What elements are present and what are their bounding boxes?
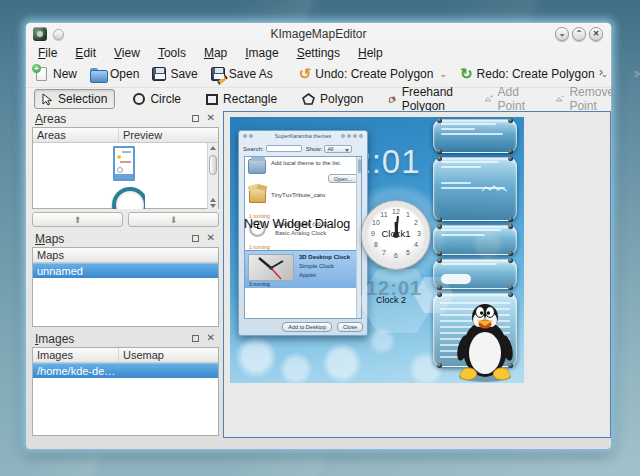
open-button[interactable]: Open <box>90 67 139 81</box>
new-button[interactable]: + New <box>34 66 77 82</box>
usemap-column-header[interactable]: Usemap <box>119 348 168 362</box>
maps-close-icon[interactable]: ✕ <box>207 232 215 243</box>
maps-dock-header[interactable]: Maps ✕ <box>30 231 221 247</box>
maps-float-icon[interactable] <box>192 235 199 242</box>
open-theme-button: Open... <box>328 174 358 183</box>
maps-column-header[interactable]: Maps <box>33 248 68 262</box>
save-button[interactable]: Save <box>152 67 197 81</box>
scissors-icon: ✂ <box>634 66 640 82</box>
cursor-arrow-icon <box>42 93 53 106</box>
images-close-icon[interactable]: ✕ <box>207 332 215 343</box>
show-combo: All <box>324 145 352 153</box>
map-row-unnamed[interactable]: unnamed <box>33 263 218 278</box>
undo-dropdown-chevron-icon[interactable]: ⌄ <box>439 69 447 79</box>
rectangle-tool-button[interactable]: Rectangle <box>199 90 284 108</box>
menu-settings[interactable]: Settings <box>289 45 348 61</box>
glass-widget-4 <box>433 259 517 289</box>
images-dock-header[interactable]: Images ✕ <box>30 331 221 347</box>
areas-column-header[interactable]: Areas <box>33 128 119 142</box>
titlebar[interactable]: KImageMapEditor ⌄ ⌃ ✕ <box>26 23 611 45</box>
move-area-up-button[interactable]: ⬆ <box>32 212 123 227</box>
polygon-tool-button[interactable]: Polygon <box>295 90 370 108</box>
shade-button[interactable]: ⌄ <box>555 27 569 41</box>
images-column-header[interactable]: Images <box>33 348 119 362</box>
areas-scrollbar[interactable] <box>207 143 218 209</box>
image-row-path[interactable]: /home/kde-de… <box>33 363 218 378</box>
save-as-icon <box>211 67 225 81</box>
circle-icon <box>133 93 145 105</box>
menu-file[interactable]: File <box>30 45 65 61</box>
widget-pill <box>441 274 471 284</box>
redo-button[interactable]: ↻ Redo: Create Polygon ⌄ <box>460 67 608 81</box>
glass-widget-2 <box>433 157 517 221</box>
dialog-picture-left-buttons <box>243 134 253 138</box>
maps-list-header: Maps <box>33 248 218 263</box>
add-point-icon <box>484 93 493 105</box>
redo-icon: ↻ <box>460 67 473 81</box>
dialog-picture-buttons: Add to Desktop Close <box>282 322 363 332</box>
maps-dock: Maps ✕ Maps unnamed <box>30 231 221 329</box>
clock2-label: Clock 2 <box>376 295 406 305</box>
menu-tools[interactable]: Tools <box>150 45 194 61</box>
theme-row-tinytux: TinyTuxTribute_caro <box>245 187 361 213</box>
save-as-button[interactable]: Save As <box>211 67 273 81</box>
toolbar-overflow-icon[interactable]: › <box>599 65 603 79</box>
kimagemapeditor-window: KImageMapEditor ⌄ ⌃ ✕ File Edit View Too… <box>25 22 612 450</box>
map-edit-canvas[interactable]: 12:01 SuperKaramba themes Search: Show: … <box>223 111 611 438</box>
maps-dock-title: Maps <box>35 232 64 246</box>
window-title: KImageMapEditor <box>26 27 611 41</box>
selection-tool-button[interactable]: Selection <box>34 89 115 109</box>
dialog-picture-search-row: Search: Show: All <box>243 143 363 154</box>
maximize-button[interactable]: ⌃ <box>572 27 586 41</box>
rectangle-icon <box>206 94 218 105</box>
menu-map[interactable]: Map <box>196 45 235 61</box>
images-list: Images Usemap /home/kde-de… <box>32 347 219 436</box>
areas-list-header: Areas Preview <box>33 128 218 143</box>
tools-toolbar: Selection Circle Rectangle Polygon Freeh… <box>26 88 611 110</box>
freehand-polygon-icon <box>388 93 396 106</box>
menu-image[interactable]: Image <box>237 45 286 61</box>
areas-close-icon[interactable]: ✕ <box>207 112 215 123</box>
clock1-widget: 12 1 2 3 4 5 6 7 8 9 10 11 Clock1 <box>362 201 430 269</box>
menu-view[interactable]: View <box>106 45 148 61</box>
areas-reorder-buttons: ⬆ ⬇ <box>32 212 219 227</box>
undo-button[interactable]: ↺ Undo: Create Polygon ⌄ <box>299 67 447 81</box>
dialog-picture-theme-list: Add local theme to the list. Open... Tin… <box>244 156 362 319</box>
add-to-desktop-button: Add to Desktop <box>282 322 332 332</box>
superkaramba-dialog-picture: SuperKaramba themes Search: Show: All Ad… <box>238 130 368 336</box>
undo-icon: ↺ <box>299 67 312 81</box>
images-float-icon[interactable] <box>192 335 199 342</box>
cut-button: ✂ Cut <box>634 66 640 82</box>
areas-dock: Areas ✕ Areas Preview <box>30 111 221 229</box>
circle-tool-button[interactable]: Circle <box>126 90 188 108</box>
new-file-icon: + <box>34 66 49 82</box>
scrollbar-thumb[interactable] <box>209 155 217 175</box>
menu-edit[interactable]: Edit <box>67 45 104 61</box>
preview-column-header[interactable]: Preview <box>119 128 166 142</box>
menubar: File Edit View Tools Map Image Settings … <box>30 45 607 61</box>
open-folder-icon <box>90 68 106 81</box>
areas-float-icon[interactable] <box>192 115 199 122</box>
clock-thumbnail <box>248 254 294 281</box>
areas-list-body[interactable] <box>33 143 218 209</box>
edited-image[interactable]: 12:01 SuperKaramba themes Search: Show: … <box>230 117 524 383</box>
images-dock-title: Images <box>35 332 74 346</box>
theme-row-3d-clock-selected: 3D Desktop Clock Simple Clock Applet 3 r… <box>245 250 361 288</box>
glass-widget-3 <box>433 225 517 255</box>
new-widget-dialog-caption: New Widget Dialog <box>244 217 350 231</box>
close-button[interactable]: ✕ <box>589 27 603 41</box>
area-preview-clock-thumbnail[interactable] <box>109 185 145 209</box>
maps-list: Maps unnamed <box>32 247 219 327</box>
remove-point-icon <box>555 93 564 105</box>
open-box-icon <box>249 188 266 203</box>
areas-dock-header[interactable]: Areas ✕ <box>30 111 221 127</box>
package-icon <box>248 159 266 174</box>
show-label: Show: <box>306 146 323 152</box>
area-preview-dialog-thumbnail[interactable] <box>113 146 135 181</box>
images-list-header: Images Usemap <box>33 348 218 363</box>
menu-help[interactable]: Help <box>350 45 391 61</box>
search-input <box>266 145 302 152</box>
close-dialog-button: Close <box>337 322 363 332</box>
polygon-icon <box>302 93 315 105</box>
move-area-down-button[interactable]: ⬇ <box>128 212 219 227</box>
